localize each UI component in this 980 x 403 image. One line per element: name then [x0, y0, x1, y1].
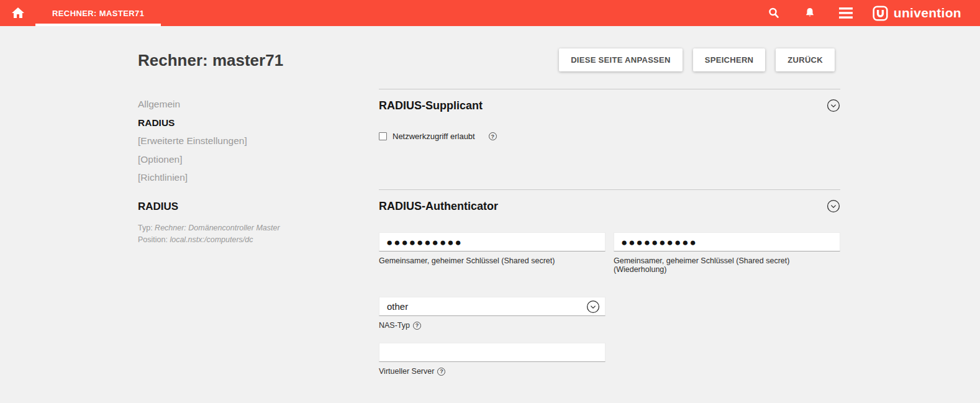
home-button[interactable] — [0, 0, 35, 26]
menu-button[interactable] — [828, 0, 864, 26]
meta-typ-label: Typ: — [138, 224, 153, 232]
nas-type-help-icon[interactable]: ? — [413, 322, 421, 330]
umc-screen: RECHNER: MASTER71 — [0, 0, 980, 403]
home-icon — [11, 6, 25, 20]
sidebar-section-title: RADIUS — [138, 201, 368, 213]
main-form: RADIUS-Supplicant Netzwerkzugriff erlaub… — [379, 89, 840, 376]
nas-type-label: NAS-Typ ? — [379, 321, 840, 330]
save-button[interactable]: SPEICHERN — [693, 48, 766, 71]
network-access-help-icon[interactable]: ? — [489, 132, 497, 140]
virtual-server-label: Virtueller Server ? — [379, 367, 840, 376]
topbar-spacer — [161, 0, 755, 26]
action-buttons: DIESE SEITE ANPASSEN SPEICHERN ZURÜCK — [559, 48, 835, 71]
univention-logo: univention — [873, 0, 961, 26]
search-button[interactable] — [756, 0, 792, 26]
customize-page-button[interactable]: DIESE SEITE ANPASSEN — [559, 48, 683, 71]
shared-secret-repeat-input[interactable] — [614, 232, 840, 251]
back-button[interactable]: ZURÜCK — [776, 48, 835, 71]
shared-secret-row: Gemeinsamer, geheimer Schlüssel (Shared … — [379, 232, 840, 274]
page-title: Rechner: master71 — [138, 51, 283, 70]
nav-item-erweiterte-einstellungen[interactable]: [Erweiterte Einstellungen] — [138, 132, 368, 150]
shared-secret-input[interactable] — [379, 232, 606, 251]
chevron-down-circle-icon — [827, 99, 840, 112]
bell-icon — [804, 7, 816, 19]
tab-rechner-master71[interactable]: RECHNER: MASTER71 — [35, 0, 161, 26]
section-radius-supplicant: RADIUS-Supplicant Netzwerkzugriff erlaub… — [379, 89, 840, 189]
meta-typ: Typ: Rechner: Domänencontroller Master — [138, 222, 368, 235]
section-authenticator-title: RADIUS-Authenticator — [379, 200, 498, 213]
nas-type-label-text: NAS-Typ — [379, 321, 410, 330]
section-authenticator-header: RADIUS-Authenticator — [379, 190, 840, 213]
network-access-row: Netzwerkzugriff erlaubt ? — [379, 132, 840, 141]
hamburger-icon — [839, 7, 853, 19]
object-meta: Typ: Rechner: Domänencontroller Master P… — [138, 222, 368, 247]
section-radius-authenticator: RADIUS-Authenticator Gemeinsamer, geheim… — [379, 189, 840, 376]
nav-item-richtlinien[interactable]: [Richtlinien] — [138, 168, 368, 187]
virtual-server-label-text: Virtueller Server — [379, 367, 434, 376]
nas-type-value: other — [387, 301, 408, 312]
shared-secret-repeat-field: Gemeinsamer, geheimer Schlüssel (Shared … — [614, 232, 840, 274]
shared-secret-label: Gemeinsamer, geheimer Schlüssel (Shared … — [379, 256, 606, 265]
nas-type-select[interactable]: other — [379, 297, 606, 316]
collapse-authenticator-button[interactable] — [827, 199, 840, 213]
meta-position: Position: local.nstx:/computers/dc — [138, 234, 368, 247]
form-nav: Allgemein RADIUS [Erweiterte Einstellung… — [138, 95, 368, 187]
notifications-button[interactable] — [792, 0, 828, 26]
network-access-checkbox[interactable] — [379, 132, 387, 140]
shared-secret-field: Gemeinsamer, geheimer Schlüssel (Shared … — [379, 232, 606, 274]
virtual-server-input[interactable] — [379, 343, 606, 362]
chevron-down-circle-icon — [827, 199, 840, 213]
nav-item-optionen[interactable]: [Optionen] — [138, 150, 368, 169]
nav-item-allgemein[interactable]: Allgemein — [138, 95, 368, 114]
search-icon — [768, 7, 780, 19]
section-supplicant-title: RADIUS-Supplicant — [379, 99, 483, 112]
section-supplicant-header: RADIUS-Supplicant — [379, 89, 840, 112]
network-access-label: Netzwerkzugriff erlaubt — [392, 132, 475, 141]
meta-position-value: local.nstx:/computers/dc — [170, 235, 253, 244]
univention-logo-text: univention — [894, 6, 961, 20]
collapse-supplicant-button[interactable] — [827, 99, 840, 112]
meta-typ-value: Rechner: Domänencontroller Master — [155, 224, 279, 232]
virtual-server-help-icon[interactable]: ? — [437, 368, 445, 376]
shared-secret-repeat-label-text: Gemeinsamer, geheimer Schlüssel (Shared … — [614, 256, 840, 274]
sidebar: Allgemein RADIUS [Erweiterte Einstellung… — [138, 95, 368, 247]
univention-logo-icon — [873, 6, 888, 21]
meta-position-label: Position: — [138, 235, 168, 244]
shared-secret-repeat-label: Gemeinsamer, geheimer Schlüssel (Shared … — [614, 256, 840, 274]
topbar: RECHNER: MASTER71 — [0, 0, 980, 26]
shared-secret-label-text: Gemeinsamer, geheimer Schlüssel (Shared … — [379, 256, 555, 265]
nav-item-radius[interactable]: RADIUS — [138, 114, 368, 132]
chevron-down-circle-icon — [586, 300, 600, 314]
